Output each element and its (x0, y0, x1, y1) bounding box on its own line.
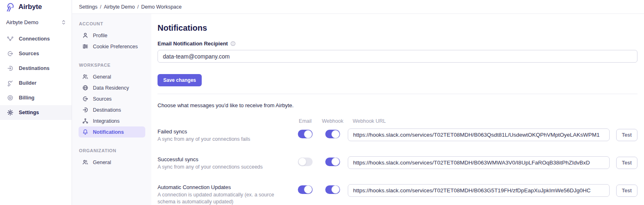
settings-nav-label: General (93, 160, 111, 165)
sidebar-item-settings[interactable]: Settings (0, 105, 72, 120)
wrench-icon (7, 80, 14, 86)
settings-nav-section-workspace: WORKSPACE (79, 63, 145, 68)
breadcrumb-separator: / (100, 4, 101, 10)
test-webhook-button[interactable]: Test (616, 129, 637, 141)
integrations-icon (82, 118, 88, 124)
settings-nav-item-general-organization[interactable]: General (79, 157, 145, 168)
save-changes-button[interactable]: Save changes (158, 74, 202, 86)
settings-nav-label: Cookie Preferences (93, 44, 138, 50)
breadcrumb: Settings / Airbyte Demo / Demo Workspace (72, 0, 644, 14)
breadcrumb-airbyte-demo[interactable]: Airbyte Demo (104, 4, 135, 10)
webhook-url-input[interactable] (348, 128, 610, 141)
sidebar-item-label: Destinations (19, 65, 50, 71)
test-webhook-button[interactable]: Test (616, 157, 637, 169)
settings-nav: ACCOUNT Profile (72, 14, 151, 205)
settings-nav-label: Data Residency (93, 85, 129, 91)
notifications-description: Choose what messages you'd like to recei… (158, 102, 637, 108)
breadcrumb-demo-workspace[interactable]: Demo Workspace (141, 4, 182, 10)
row-description: Failed syncs A sync from any of your con… (158, 128, 293, 143)
sidebar-item-destinations[interactable]: Destinations (0, 61, 72, 76)
webhook-toggle[interactable] (325, 158, 340, 166)
email-toggle[interactable] (298, 130, 313, 138)
row-subtitle: A sync from any of your connections fail… (158, 136, 293, 143)
column-header-webhook-url: Webhook URL (348, 118, 610, 124)
settings-nav-label: Integrations (93, 118, 119, 124)
settings-nav-item-profile[interactable]: Profile (79, 30, 145, 41)
breadcrumb-separator: / (137, 4, 138, 10)
users-icon (82, 74, 88, 80)
webhook-url-input[interactable] (348, 184, 610, 197)
connections-icon (7, 36, 14, 42)
users-icon (82, 159, 88, 165)
settings-nav-label: Profile (93, 33, 107, 38)
brand-name: Airbyte (18, 3, 42, 11)
app-window: Airbyte Airbyte Demo Connections (0, 0, 644, 205)
sidebar-item-label: Builder (19, 80, 36, 86)
sidebar-item-label: Sources (19, 51, 39, 56)
sidebar-item-label: Billing (19, 95, 34, 101)
sliders-icon (82, 43, 88, 50)
source-icon (7, 50, 14, 57)
destination-icon (7, 65, 14, 72)
row-title: Successful syncs (158, 156, 293, 162)
column-header-email: Email (293, 118, 317, 124)
row-subtitle: A sync from any of your connections succ… (158, 164, 293, 171)
email-recipient-input[interactable] (158, 50, 637, 63)
section-divider (158, 94, 637, 94)
table-row-successful-syncs: Successful syncs A sync from any of your… (158, 156, 637, 171)
sidebar-item-builder[interactable]: Builder (0, 76, 72, 90)
gear-icon (7, 109, 14, 116)
email-toggle[interactable] (298, 185, 313, 194)
notifications-page: Notifications Email Notification Recipie… (151, 14, 644, 205)
sidebar-item-label: Settings (19, 110, 39, 115)
column-header-webhook: Webhook (317, 118, 348, 124)
coin-icon (7, 95, 14, 101)
primary-sidebar: Airbyte Airbyte Demo Connections (0, 0, 72, 205)
notifications-table: Email Webhook Webhook URL Failed syncs A… (158, 118, 637, 205)
settings-nav-label: Destinations (93, 107, 121, 113)
brand-logo[interactable]: Airbyte (0, 0, 72, 14)
user-icon (82, 32, 88, 38)
info-icon[interactable] (230, 41, 236, 46)
row-title: Failed syncs (158, 128, 293, 135)
settings-nav-label: Sources (93, 96, 112, 102)
destination-icon (82, 107, 88, 113)
primary-nav: Connections Sources Dest (0, 32, 72, 120)
page-title: Notifications (158, 23, 637, 33)
settings-nav-section-account: ACCOUNT (79, 21, 145, 26)
table-row-failed-syncs: Failed syncs A sync from any of your con… (158, 128, 637, 143)
source-icon (82, 96, 88, 102)
settings-nav-item-general-workspace[interactable]: General (79, 71, 145, 82)
settings-nav-item-sources[interactable]: Sources (79, 93, 145, 104)
workspace-selector[interactable]: Airbyte Demo (0, 14, 72, 30)
settings-nav-section-organization: ORGANIZATION (79, 148, 145, 153)
sidebar-item-sources[interactable]: Sources (0, 46, 72, 61)
settings-nav-item-cookie-preferences[interactable]: Cookie Preferences (79, 41, 145, 52)
sidebar-item-billing[interactable]: Billing (0, 90, 72, 105)
row-subtitle: A connection is updated automatically (e… (158, 191, 293, 205)
settings-nav-label: Notifications (93, 129, 124, 135)
row-description: Automatic Connection Updates A connectio… (158, 184, 293, 205)
sidebar-item-label: Connections (19, 36, 50, 42)
webhook-url-input[interactable] (348, 156, 610, 169)
webhook-toggle[interactable] (325, 185, 340, 194)
sidebar-item-connections[interactable]: Connections (0, 32, 72, 46)
test-webhook-button[interactable]: Test (616, 185, 637, 197)
globe-icon (82, 85, 88, 91)
settings-nav-item-integrations[interactable]: Integrations (79, 115, 145, 126)
settings-nav-label: General (93, 74, 111, 80)
sort-chevrons-icon (61, 20, 66, 25)
workspace-selector-label: Airbyte Demo (6, 19, 38, 25)
table-row-automatic-connection-updates: Automatic Connection Updates A connectio… (158, 184, 637, 205)
webhook-toggle[interactable] (325, 130, 340, 138)
row-description: Successful syncs A sync from any of your… (158, 156, 293, 171)
row-title: Automatic Connection Updates (158, 184, 293, 190)
bell-icon (82, 129, 88, 135)
breadcrumb-settings[interactable]: Settings (79, 4, 97, 10)
settings-nav-item-data-residency[interactable]: Data Residency (79, 82, 145, 93)
email-toggle[interactable] (298, 158, 313, 166)
airbyte-octopus-icon (5, 2, 16, 12)
settings-nav-item-destinations[interactable]: Destinations (79, 104, 145, 115)
table-header-row: Email Webhook Webhook URL (158, 118, 637, 124)
settings-nav-item-notifications[interactable]: Notifications (79, 126, 145, 137)
